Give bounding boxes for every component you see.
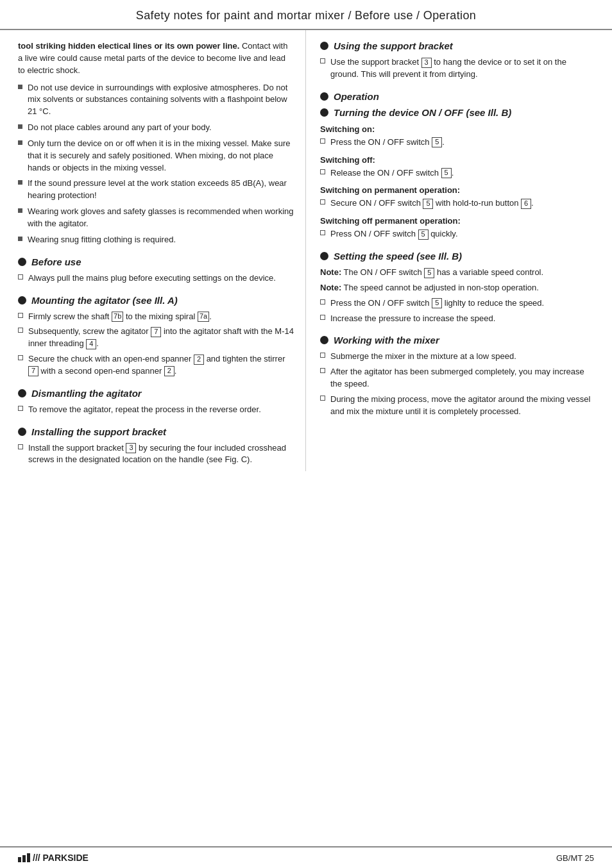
ref-6: 6	[521, 199, 531, 209]
ref-5b: 5	[441, 168, 452, 178]
header-title: Safety notes for paint and mortar mixer …	[136, 9, 476, 22]
support-bracket-heading: Using the support bracket	[320, 40, 594, 51]
ref-5c: 5	[423, 199, 433, 209]
note2-rest: The speed cannot be adjusted in non-stop…	[344, 283, 539, 292]
sub-list-item: Increase the pressure to increase the sp…	[320, 313, 594, 325]
speed-heading: Setting the speed (see Ill. B)	[320, 251, 594, 262]
sub-list-item: Always pull the mains plug before execut…	[18, 272, 294, 285]
sub-list-text: Subsequently, screw the agitator 7 into …	[28, 326, 294, 350]
logo-bar2	[22, 855, 26, 862]
switching-on-list: Press the ON / OFF switch 5.	[320, 137, 594, 149]
section-bullet-icon	[320, 92, 328, 101]
mounting-list: Firmly screw the shaft 7b to the mixing …	[18, 311, 294, 378]
switching-off-permanent-subheading: Switching off permanent operation:	[320, 216, 594, 226]
section-bullet-icon	[320, 336, 328, 344]
sub-bullet-icon	[320, 353, 325, 358]
dismantling-list: To remove the agitator, repeat the proce…	[18, 404, 294, 416]
working-list: Submerge the mixer in the mixture at a l…	[320, 351, 594, 417]
sub-list-text: To remove the agitator, repeat the proce…	[28, 404, 261, 416]
sub-list-item: Submerge the mixer in the mixture at a l…	[320, 351, 594, 363]
ref-5e: 5	[424, 268, 434, 278]
bullet-icon	[18, 208, 22, 213]
main-bullet-list: Do not use device in surroundings with e…	[18, 82, 294, 246]
turning-title: Turning the device ON / OFF (see Ill. B)	[334, 107, 511, 118]
list-item: Only turn the device on or off when it i…	[18, 138, 294, 174]
page-number: GB/MT 25	[556, 853, 594, 863]
ref-3: 3	[126, 443, 136, 453]
sub-bullet-icon	[320, 169, 325, 174]
list-item-text: If the sound pressure level at the work …	[28, 178, 294, 202]
sub-bullet-icon	[320, 230, 325, 235]
sub-list-item: Press ON / OFF switch 5 quickly.	[320, 228, 594, 240]
note2-bold: Note:	[320, 283, 341, 292]
section-bullet-icon	[18, 428, 26, 436]
sub-bullet-icon	[320, 315, 325, 320]
before-use-title: Before use	[31, 256, 81, 267]
section-bullet-icon	[320, 252, 328, 260]
ref-4: 4	[86, 339, 96, 349]
ref-7b2: 7	[28, 366, 38, 376]
dismantling-section: Dismantling the agitator To remove the a…	[18, 388, 294, 416]
sub-list-text: Always pull the mains plug before execut…	[28, 272, 276, 285]
note1-rest: The ON / OFF switch 5 has a variable spe…	[344, 267, 544, 277]
sub-bullet-icon	[320, 396, 325, 401]
ref-7: 7	[151, 327, 161, 337]
sub-bullet-icon	[320, 58, 325, 63]
intro-paragraph: tool striking hidden electical lines or …	[18, 40, 294, 77]
logo-bar1	[18, 857, 21, 862]
note2: Note: The speed cannot be adjusted in no…	[320, 282, 594, 294]
section-bullet-icon	[320, 42, 328, 50]
page: Safety notes for paint and mortar mixer …	[0, 0, 612, 868]
before-use-heading: Before use	[18, 256, 294, 267]
list-item: Do not use device in surroundings with e…	[18, 82, 294, 119]
ref-7b: 7b	[112, 312, 123, 322]
sub-list-text: Secure ON / OFF switch 5 with hold-to-ru…	[330, 197, 534, 210]
sub-list-text: During the mixing process, move the agit…	[330, 394, 594, 418]
sub-list-item: Press the ON / OFF switch 5.	[320, 137, 594, 149]
switching-off-permanent-list: Press ON / OFF switch 5 quickly.	[320, 228, 594, 240]
switching-on-subheading: Switching on:	[320, 124, 594, 134]
turning-section: Turning the device ON / OFF (see Ill. B)…	[320, 107, 594, 240]
switching-permanent-list: Secure ON / OFF switch 5 with hold-to-ru…	[320, 197, 594, 210]
ref-2b: 2	[164, 366, 174, 376]
before-use-section: Before use Always pull the mains plug be…	[18, 256, 294, 285]
operation-title: Operation	[334, 91, 379, 102]
logo-bar3	[27, 853, 30, 862]
sub-list-text: Secure the chuck with an open-end spanne…	[28, 353, 294, 378]
sub-list-item: Firmly screw the shaft 7b to the mixing …	[18, 311, 294, 323]
main-content: tool striking hidden electical lines or …	[0, 30, 612, 471]
sub-bullet-icon	[320, 199, 325, 204]
section-bullet-icon	[18, 389, 26, 397]
sub-bullet-icon	[320, 368, 325, 373]
list-item: Wearing snug fitting clothing is require…	[18, 234, 294, 246]
bullet-icon	[18, 237, 22, 241]
sub-list-item: Secure ON / OFF switch 5 with hold-to-ru…	[320, 197, 594, 210]
sub-list-item: After the agitator has been submerged co…	[320, 366, 594, 390]
mounting-heading: Mounting the agitator (see Ill. A)	[18, 295, 294, 306]
sub-bullet-icon	[18, 274, 23, 280]
sub-list-text: Press ON / OFF switch 5 quickly.	[330, 228, 458, 240]
list-item: Do not place cables around any part of y…	[18, 122, 294, 134]
bullet-icon	[18, 124, 22, 129]
ref-5a: 5	[432, 137, 442, 147]
sub-list-item: Subsequently, screw the agitator 7 into …	[18, 326, 294, 350]
ref-5f: 5	[432, 298, 442, 308]
sub-list-text: Press the ON / OFF switch 5.	[330, 137, 445, 149]
sub-list-item: Secure the chuck with an open-end spanne…	[18, 353, 294, 378]
sub-list-item: During the mixing process, move the agit…	[320, 394, 594, 418]
bullet-icon	[18, 85, 22, 89]
list-item-text: Do not place cables around any part of y…	[28, 122, 212, 134]
bullet-icon	[18, 180, 22, 185]
speed-section: Setting the speed (see Ill. B) Note: The…	[320, 251, 594, 324]
section-bullet-icon	[18, 258, 26, 266]
bullet-icon	[18, 140, 22, 145]
sub-bullet-icon	[18, 406, 23, 411]
mounting-section: Mounting the agitator (see Ill. A) Firml…	[18, 295, 294, 378]
section-bullet-icon	[18, 296, 26, 305]
intro-bold: tool striking hidden electical lines or …	[18, 41, 239, 51]
sub-list-text: Install the support bracket 3 by securin…	[28, 442, 294, 467]
brand-logo: /// PARKSIDE	[18, 853, 89, 863]
ref-5d: 5	[418, 230, 429, 240]
before-use-list: Always pull the mains plug before execut…	[18, 272, 294, 285]
sub-list-item: Install the support bracket 3 by securin…	[18, 442, 294, 467]
